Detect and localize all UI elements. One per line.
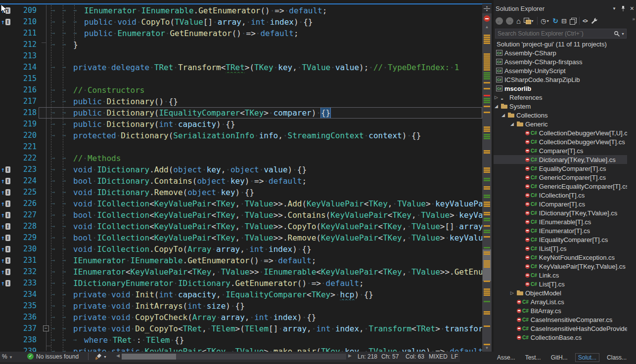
line-number[interactable]: 218 [15, 107, 39, 119]
navigate-back-icon[interactable]: ← [496, 17, 503, 25]
glyph-margin[interactable] [0, 119, 15, 130]
override-indicator-icon[interactable]: ↑I [0, 187, 15, 198]
override-indicator-icon[interactable]: ↑I [0, 209, 15, 221]
override-indicator-icon[interactable]: ↑I [0, 198, 15, 209]
line-number[interactable]: 223 [15, 164, 39, 175]
override-indicator-icon[interactable]: ↑I [0, 164, 15, 175]
search-input[interactable] [496, 30, 614, 37]
hscroll-left-arrow-icon[interactable]: ◀ [116, 353, 120, 358]
code-text[interactable] [39, 141, 482, 153]
tree-item[interactable]: C#GenericEqualityComparer[T].cs [494, 182, 627, 191]
tree-item[interactable]: C#CollectionDebuggerView[T,U].cs [494, 128, 627, 137]
override-indicator-icon[interactable]: ↑I [0, 255, 15, 266]
override-indicator-icon[interactable]: ↑I [0, 221, 15, 232]
override-indicator-icon[interactable]: ↑I [0, 278, 15, 289]
tree-item-project[interactable]: C#Assembly-CSharp [494, 48, 627, 57]
glyph-margin[interactable] [0, 312, 15, 323]
line-number[interactable]: 224 [15, 175, 39, 187]
tree-item-solution[interactable]: Solution 'project-gui' (11 of 11 project… [494, 40, 627, 48]
navigate-forward-icon[interactable]: → [506, 17, 513, 25]
tree-item[interactable]: C#ICollection[T].cs [494, 191, 627, 200]
tree-item[interactable]: C#IEnumerator[T].cs [494, 226, 627, 235]
tree-item[interactable]: C#CollectionBase.cs [494, 333, 627, 342]
code-line[interactable]: 211→→→public·Enumerator·GetEnumerator()·… [0, 28, 482, 39]
chevron-down-icon[interactable]: ▼ [621, 32, 625, 36]
glyph-margin[interactable] [0, 141, 15, 153]
code-text[interactable]: →→bool·IDictionary.Contains(object·key)·… [39, 175, 482, 187]
code-text[interactable]: →→public·Dictionary()·{} [39, 96, 482, 107]
line-number[interactable]: 239 [15, 346, 39, 352]
line-number[interactable]: 234 [15, 289, 39, 300]
tree-item-project[interactable]: C#mscorlib [494, 84, 627, 93]
split-editor-handle-icon[interactable]: ▴▾ [482, 4, 492, 13]
view-code-icon[interactable]: <> [583, 18, 588, 24]
line-number[interactable]: 210 [15, 16, 39, 28]
code-line[interactable]: 216→→//·Constructors [0, 84, 482, 96]
line-number[interactable]: 238 [15, 334, 39, 346]
override-indicator-icon[interactable]: ↑I [0, 16, 15, 28]
column-indicator[interactable]: Col: 63 [406, 353, 424, 360]
char-indicator[interactable]: Ch: 57 [381, 353, 399, 360]
editor-horizontal-scrollbar[interactable] [122, 354, 346, 360]
chevron-down-icon[interactable]: ▼ [103, 355, 107, 359]
line-number[interactable]: 216 [15, 84, 39, 96]
code-line[interactable]: 238→→→where·TRet·:·TElem·{} [0, 334, 482, 346]
code-text[interactable]: →→private·void·InitArrays(int·size)·{} [39, 300, 482, 312]
code-text[interactable]: →→bool·ICollection<KeyValuePair<TKey,·TV… [39, 209, 482, 221]
tree-item[interactable]: C#IEnumerable[T].cs [494, 217, 627, 226]
show-all-files-icon[interactable] [570, 18, 576, 24]
panel-tab[interactable]: Test... [523, 354, 544, 362]
tree-item[interactable]: C#IList[T].cs [494, 244, 627, 253]
line-number[interactable]: 222 [15, 153, 39, 164]
tree-item[interactable]: C#IComparer[T].cs [494, 200, 627, 208]
editor-vertical-scrollbar[interactable]: ▴▾ ▲ ▼ [482, 4, 492, 352]
issues-status[interactable]: No issues found [36, 353, 79, 360]
tree-item[interactable]: C#IDictionary[TKey,TValue].cs [494, 208, 627, 217]
code-line[interactable]: 212→→} [0, 39, 482, 50]
line-number[interactable]: 237 [15, 323, 39, 334]
code-line[interactable]: 237→→private·void·Do_CopyTo<TRet,·TElem>… [0, 323, 482, 334]
glyph-margin[interactable] [0, 84, 15, 96]
glyph-margin[interactable] [0, 130, 15, 141]
code-text[interactable]: →→→public·void·CopyTo(TValue[]·array,·in… [39, 16, 482, 28]
scroll-down-arrow-icon[interactable]: ▼ [482, 346, 492, 350]
search-icon[interactable] [614, 31, 620, 37]
collapse-arrow-icon[interactable]: ◢ [495, 104, 501, 109]
tree-item[interactable]: C#Link.cs [494, 271, 627, 280]
code-line[interactable]: 234→→private·void·Init(int·capacity,·IEq… [0, 289, 482, 300]
line-number[interactable]: 211 [15, 28, 39, 39]
code-line[interactable]: ↑I230→→void·ICollection.CopyTo(Array·arr… [0, 243, 482, 255]
override-indicator-icon[interactable]: ↑I [0, 266, 15, 278]
code-line[interactable]: ↑I232→→IEnumerator<KeyValuePair<TKey,·TV… [0, 266, 482, 278]
code-text[interactable] [39, 73, 482, 84]
close-icon[interactable]: × [630, 4, 634, 12]
code-text[interactable]: →→IEnumerator·IEnumerable.GetEnumerator(… [39, 255, 482, 266]
code-line[interactable]: 218→→public·Dictionary(IEqualityComparer… [0, 107, 482, 119]
override-indicator-icon[interactable]: ↑I [0, 232, 15, 243]
line-number[interactable]: 221 [15, 141, 39, 153]
line-number[interactable]: 215 [15, 73, 39, 84]
code-line[interactable]: ↑I229→→bool·ICollection<KeyValuePair<TKe… [0, 232, 482, 243]
tree-item[interactable]: C#Dictionary[TKey,TValue].cs [494, 155, 627, 164]
sync-with-active-document-icon[interactable]: ▼ [524, 18, 534, 24]
tree-item[interactable]: C#KeyValuePair[TKey,TValue].cs [494, 262, 627, 271]
glyph-margin[interactable] [0, 289, 15, 300]
code-line[interactable]: 236→→private·void·CopyToCheck(Array·arra… [0, 312, 482, 323]
glyph-margin[interactable] [0, 28, 15, 39]
panel-tab[interactable]: Class... [604, 354, 629, 362]
tree-item[interactable]: ▷ObjectModel [494, 288, 627, 297]
code-text[interactable]: →→} [39, 39, 482, 50]
code-line[interactable]: ↑I231→→IEnumerator·IEnumerable.GetEnumer… [0, 255, 482, 266]
panel-tab[interactable]: Solut... [575, 353, 599, 362]
code-text[interactable]: →→public·Dictionary(int·capacity)·{} [39, 119, 482, 130]
expand-arrow-icon[interactable]: ▷ [495, 95, 501, 100]
tree-item[interactable]: ◢System [494, 102, 627, 111]
zoom-control[interactable]: % ▼ [2, 353, 13, 360]
code-text[interactable]: →→IDictionaryEnumerator·IDictionary.GetE… [39, 278, 482, 289]
hscroll-right-arrow-icon[interactable]: ▶ [348, 353, 352, 358]
glyph-margin[interactable] [0, 62, 15, 73]
line-number[interactable]: 225 [15, 187, 39, 198]
tree-item[interactable]: C#Comparer[T].cs [494, 146, 627, 155]
code-line[interactable]: 214→→private·delegate·TRet·Transform<TRe… [0, 62, 482, 73]
code-line[interactable]: 213 [0, 50, 482, 62]
